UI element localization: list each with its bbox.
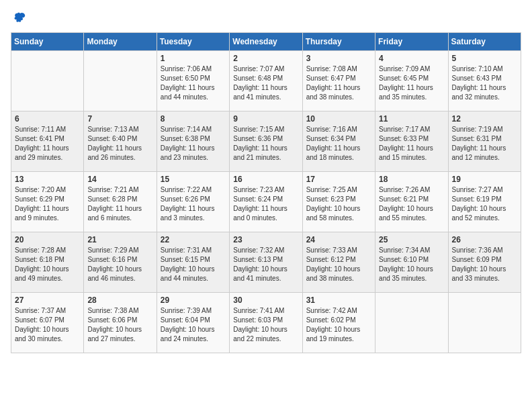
calendar-cell: 2Sunrise: 7:07 AM Sunset: 6:48 PM Daylig…	[230, 51, 302, 111]
day-number: 20	[15, 235, 80, 244]
day-info: Sunrise: 7:07 AM Sunset: 6:48 PM Dayligh…	[233, 64, 298, 102]
day-info: Sunrise: 7:29 AM Sunset: 6:16 PM Dayligh…	[87, 246, 152, 283]
day-info: Sunrise: 7:08 AM Sunset: 6:47 PM Dayligh…	[306, 64, 371, 102]
day-number: 26	[452, 235, 517, 244]
day-info: Sunrise: 7:26 AM Sunset: 6:21 PM Dayligh…	[379, 185, 444, 223]
day-info: Sunrise: 7:15 AM Sunset: 6:36 PM Dayligh…	[233, 125, 298, 163]
page-header	[11, 11, 521, 26]
calendar-cell: 19Sunrise: 7:27 AM Sunset: 6:19 PM Dayli…	[448, 172, 521, 232]
day-number: 13	[15, 175, 80, 184]
dow-header-thursday: Thursday	[302, 33, 375, 51]
calendar-cell: 8Sunrise: 7:14 AM Sunset: 6:38 PM Daylig…	[157, 111, 229, 172]
calendar-cell: 1Sunrise: 7:06 AM Sunset: 6:50 PM Daylig…	[157, 51, 229, 111]
week-row-2: 6Sunrise: 7:11 AM Sunset: 6:41 PM Daylig…	[11, 111, 521, 172]
day-number: 3	[306, 54, 371, 63]
day-info: Sunrise: 7:37 AM Sunset: 6:07 PM Dayligh…	[15, 306, 80, 344]
dow-header-friday: Friday	[375, 33, 448, 51]
day-number: 23	[233, 235, 298, 244]
day-number: 17	[306, 175, 371, 184]
day-number: 4	[379, 54, 444, 63]
day-number: 8	[161, 114, 226, 124]
day-number: 7	[87, 114, 152, 124]
calendar-cell: 17Sunrise: 7:25 AM Sunset: 6:23 PM Dayli…	[302, 172, 375, 232]
day-info: Sunrise: 7:21 AM Sunset: 6:28 PM Dayligh…	[87, 185, 152, 223]
day-number: 22	[161, 235, 226, 244]
day-number: 1	[161, 54, 226, 63]
week-row-4: 20Sunrise: 7:28 AM Sunset: 6:18 PM Dayli…	[11, 232, 521, 293]
calendar-cell: 30Sunrise: 7:41 AM Sunset: 6:03 PM Dayli…	[230, 293, 302, 353]
day-number: 30	[233, 295, 298, 305]
day-number: 19	[452, 175, 517, 184]
week-row-1: 1Sunrise: 7:06 AM Sunset: 6:50 PM Daylig…	[11, 51, 521, 111]
calendar-cell	[375, 293, 448, 353]
calendar-cell: 15Sunrise: 7:22 AM Sunset: 6:26 PM Dayli…	[157, 172, 229, 232]
calendar-cell	[448, 293, 521, 353]
calendar-cell: 12Sunrise: 7:19 AM Sunset: 6:31 PM Dayli…	[448, 111, 521, 172]
day-info: Sunrise: 7:10 AM Sunset: 6:43 PM Dayligh…	[452, 64, 517, 102]
dow-header-sunday: Sunday	[11, 33, 84, 51]
calendar-cell: 11Sunrise: 7:17 AM Sunset: 6:33 PM Dayli…	[375, 111, 448, 172]
day-info: Sunrise: 7:19 AM Sunset: 6:31 PM Dayligh…	[452, 125, 517, 163]
day-number: 10	[306, 114, 371, 124]
day-number: 25	[379, 235, 444, 244]
day-info: Sunrise: 7:16 AM Sunset: 6:34 PM Dayligh…	[306, 125, 371, 163]
day-number: 28	[87, 295, 152, 305]
calendar-cell: 9Sunrise: 7:15 AM Sunset: 6:36 PM Daylig…	[230, 111, 302, 172]
day-info: Sunrise: 7:33 AM Sunset: 6:12 PM Dayligh…	[306, 246, 371, 283]
logo-bird-icon	[12, 11, 27, 26]
day-number: 9	[233, 114, 298, 124]
week-row-5: 27Sunrise: 7:37 AM Sunset: 6:07 PM Dayli…	[11, 293, 521, 353]
calendar-cell: 6Sunrise: 7:11 AM Sunset: 6:41 PM Daylig…	[11, 111, 84, 172]
calendar-cell: 25Sunrise: 7:34 AM Sunset: 6:10 PM Dayli…	[375, 232, 448, 293]
dow-header-monday: Monday	[84, 33, 157, 51]
calendar-cell: 13Sunrise: 7:20 AM Sunset: 6:29 PM Dayli…	[11, 172, 84, 232]
day-info: Sunrise: 7:09 AM Sunset: 6:45 PM Dayligh…	[379, 64, 444, 102]
calendar-cell: 24Sunrise: 7:33 AM Sunset: 6:12 PM Dayli…	[302, 232, 375, 293]
dow-header-tuesday: Tuesday	[157, 33, 229, 51]
day-number: 14	[87, 175, 152, 184]
calendar-cell: 29Sunrise: 7:39 AM Sunset: 6:04 PM Dayli…	[157, 293, 229, 353]
calendar-cell: 31Sunrise: 7:42 AM Sunset: 6:02 PM Dayli…	[302, 293, 375, 353]
calendar-cell: 26Sunrise: 7:36 AM Sunset: 6:09 PM Dayli…	[448, 232, 521, 293]
day-number: 27	[15, 295, 80, 305]
calendar-cell: 4Sunrise: 7:09 AM Sunset: 6:45 PM Daylig…	[375, 51, 448, 111]
day-number: 18	[379, 175, 444, 184]
calendar-cell	[11, 51, 84, 111]
calendar-cell: 5Sunrise: 7:10 AM Sunset: 6:43 PM Daylig…	[448, 51, 521, 111]
calendar-cell: 22Sunrise: 7:31 AM Sunset: 6:15 PM Dayli…	[157, 232, 229, 293]
day-info: Sunrise: 7:25 AM Sunset: 6:23 PM Dayligh…	[306, 185, 371, 223]
day-number: 21	[87, 235, 152, 244]
day-info: Sunrise: 7:27 AM Sunset: 6:19 PM Dayligh…	[452, 185, 517, 223]
day-info: Sunrise: 7:38 AM Sunset: 6:06 PM Dayligh…	[87, 306, 152, 344]
day-info: Sunrise: 7:32 AM Sunset: 6:13 PM Dayligh…	[233, 246, 298, 283]
day-number: 24	[306, 235, 371, 244]
day-info: Sunrise: 7:11 AM Sunset: 6:41 PM Dayligh…	[15, 125, 80, 163]
calendar-cell: 10Sunrise: 7:16 AM Sunset: 6:34 PM Dayli…	[302, 111, 375, 172]
day-number: 6	[15, 114, 80, 124]
day-info: Sunrise: 7:39 AM Sunset: 6:04 PM Dayligh…	[161, 306, 226, 344]
calendar-cell: 27Sunrise: 7:37 AM Sunset: 6:07 PM Dayli…	[11, 293, 84, 353]
calendar-cell	[84, 51, 157, 111]
day-info: Sunrise: 7:34 AM Sunset: 6:10 PM Dayligh…	[379, 246, 444, 283]
calendar-cell: 16Sunrise: 7:23 AM Sunset: 6:24 PM Dayli…	[230, 172, 302, 232]
dow-header-wednesday: Wednesday	[230, 33, 302, 51]
day-info: Sunrise: 7:23 AM Sunset: 6:24 PM Dayligh…	[233, 185, 298, 223]
day-number: 31	[306, 295, 371, 305]
day-info: Sunrise: 7:36 AM Sunset: 6:09 PM Dayligh…	[452, 246, 517, 283]
day-info: Sunrise: 7:41 AM Sunset: 6:03 PM Dayligh…	[233, 306, 298, 344]
day-number: 12	[452, 114, 517, 124]
calendar-cell: 23Sunrise: 7:32 AM Sunset: 6:13 PM Dayli…	[230, 232, 302, 293]
calendar-cell: 3Sunrise: 7:08 AM Sunset: 6:47 PM Daylig…	[302, 51, 375, 111]
calendar-cell: 7Sunrise: 7:13 AM Sunset: 6:40 PM Daylig…	[84, 111, 157, 172]
day-info: Sunrise: 7:14 AM Sunset: 6:38 PM Dayligh…	[161, 125, 226, 163]
calendar-table: SundayMondayTuesdayWednesdayThursdayFrid…	[11, 32, 521, 353]
day-number: 15	[161, 175, 226, 184]
day-number: 29	[161, 295, 226, 305]
calendar-cell: 28Sunrise: 7:38 AM Sunset: 6:06 PM Dayli…	[84, 293, 157, 353]
day-info: Sunrise: 7:06 AM Sunset: 6:50 PM Dayligh…	[161, 64, 226, 102]
calendar-cell: 21Sunrise: 7:29 AM Sunset: 6:16 PM Dayli…	[84, 232, 157, 293]
day-info: Sunrise: 7:31 AM Sunset: 6:15 PM Dayligh…	[161, 246, 226, 283]
calendar-cell: 20Sunrise: 7:28 AM Sunset: 6:18 PM Dayli…	[11, 232, 84, 293]
day-info: Sunrise: 7:13 AM Sunset: 6:40 PM Dayligh…	[87, 125, 152, 163]
dow-header-saturday: Saturday	[448, 33, 521, 51]
